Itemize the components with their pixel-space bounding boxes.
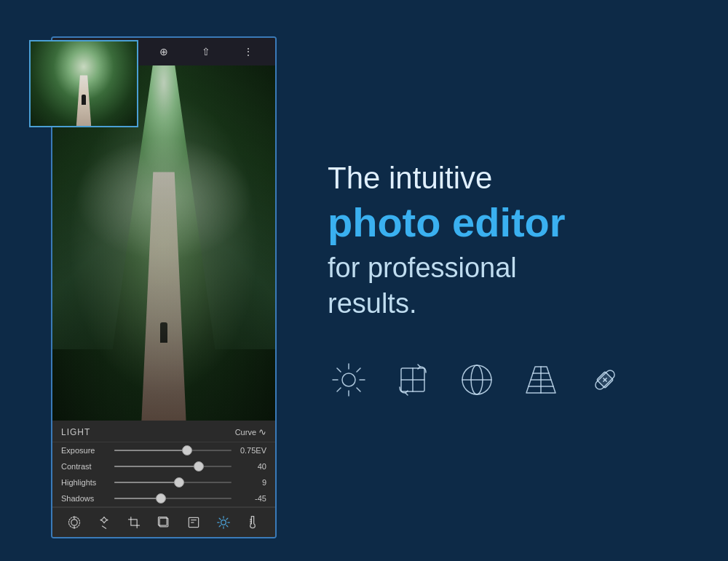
svg-line-15 (219, 518, 221, 520)
exposure-track[interactable] (114, 450, 232, 451)
curve-icon: ∿ (258, 426, 266, 437)
shadows-value: -45 (237, 494, 266, 503)
contrast-row: Contrast 40 (52, 458, 275, 474)
svg-line-17 (226, 518, 228, 520)
layers-icon[interactable] (155, 514, 173, 531)
highlights-thumb[interactable] (174, 477, 184, 488)
tagline-container: The intuitive photo editor for professio… (328, 160, 692, 322)
tagline-line3: for professional (328, 250, 692, 286)
svg-line-29 (357, 368, 360, 372)
crop-rotate-icon (392, 359, 434, 401)
highlights-track[interactable] (114, 482, 232, 483)
exposure-row: Exposure 0.75EV (52, 442, 275, 458)
exposure-value: 0.75EV (237, 446, 266, 455)
contrast-fill (114, 466, 199, 467)
share-icon[interactable]: ⇧ (199, 44, 213, 59)
curve-label: Curve ∿ (235, 426, 266, 437)
exposure-fill (114, 450, 187, 451)
thumbnail-figure (82, 95, 86, 105)
more-icon[interactable]: ⋮ (241, 44, 256, 59)
light-icon[interactable] (215, 514, 232, 531)
svg-point-22 (342, 373, 355, 386)
crop-icon[interactable] (125, 514, 143, 531)
right-panel: The intuitive photo editor for professio… (291, 131, 728, 430)
highlights-fill (114, 482, 179, 483)
svg-line-27 (337, 368, 341, 372)
exposure-label: Exposure (61, 446, 108, 455)
edit-panel: LIGHT Curve ∿ Exposure 0.75EV Contrast (52, 421, 275, 537)
shadows-track[interactable] (114, 498, 232, 499)
shadows-label: Shadows (61, 494, 108, 503)
tagline-line2: photo editor (328, 200, 692, 245)
contrast-label: Contrast (61, 462, 108, 471)
heal-brush-icon (584, 359, 626, 401)
edit-panel-header: LIGHT Curve ∿ (52, 421, 275, 442)
contrast-value: 40 (237, 462, 266, 471)
svg-line-4 (103, 526, 106, 528)
svg-line-28 (357, 388, 360, 391)
section-label: LIGHT (61, 427, 90, 437)
adjustments-icon[interactable] (66, 514, 83, 531)
tagline-line1: The intuitive (328, 160, 692, 196)
perspective-icon (520, 359, 562, 401)
thumbnail-preview (29, 40, 138, 127)
highlights-value: 9 (237, 478, 266, 487)
feature-icons-row (328, 359, 692, 401)
tagline-line4: results. (328, 286, 692, 322)
shadows-fill (114, 498, 161, 499)
svg-line-16 (226, 525, 228, 527)
highlights-label: Highlights (61, 478, 108, 487)
export-icon[interactable] (185, 514, 202, 531)
lens-icon (456, 359, 498, 401)
svg-point-10 (221, 520, 226, 525)
contrast-thumb[interactable] (194, 461, 204, 472)
svg-point-0 (71, 520, 77, 525)
temperature-icon[interactable] (244, 514, 261, 531)
contrast-track[interactable] (114, 466, 232, 467)
svg-line-30 (337, 388, 341, 391)
add-icon[interactable]: ⊕ (157, 44, 171, 59)
thumbnail-forest-image (31, 41, 137, 126)
bottom-icons-row (52, 507, 275, 537)
shadows-thumb[interactable] (156, 493, 166, 504)
svg-line-18 (219, 525, 221, 527)
shadows-row: Shadows -45 (52, 490, 275, 507)
highlights-row: Highlights 9 (52, 474, 275, 490)
exposure-thumb[interactable] (182, 445, 192, 455)
left-panel: ↺ ⟳ ⊕ ⇧ ⋮ LIGHT Curve ∿ (0, 0, 291, 561)
light-adjust-icon (328, 359, 370, 401)
heal-icon[interactable] (95, 514, 113, 531)
